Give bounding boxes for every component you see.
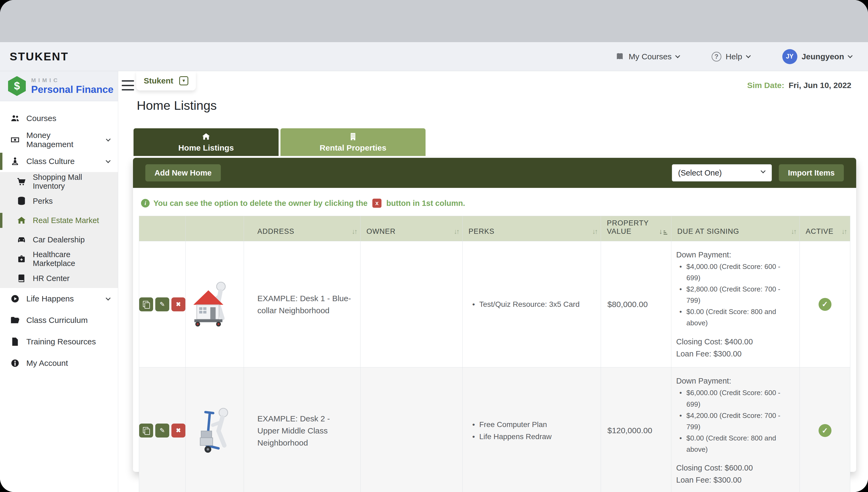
header-address[interactable]: ADDRESS↓↑ bbox=[244, 216, 360, 241]
header-image bbox=[186, 216, 244, 241]
tab-home-listings[interactable]: Home Listings bbox=[134, 128, 279, 156]
listing-image-cell bbox=[186, 241, 244, 367]
sort-icon: ↓↑ bbox=[454, 227, 459, 236]
course-tab[interactable]: Stukent ▼ bbox=[136, 71, 196, 91]
sidebar-item-hr-center[interactable]: HR Center bbox=[0, 269, 118, 288]
header-owner[interactable]: OWNER↓↑ bbox=[360, 216, 463, 241]
listings-card: Add New Home (Select One) Import Items i… bbox=[133, 158, 856, 472]
sort-icon: ↓↑ bbox=[592, 227, 597, 236]
sort-icon: ↓↑ bbox=[791, 227, 796, 236]
pencil-icon: ✎ bbox=[160, 301, 165, 308]
sidebar-item-training-resources[interactable]: Training Resources bbox=[0, 331, 118, 352]
copy-icon bbox=[143, 301, 149, 308]
sim-date-value: Fri, Jun 10, 2022 bbox=[789, 81, 851, 90]
header-due-at-signing[interactable]: DUE AT SIGNING↓↑ bbox=[671, 216, 800, 241]
perk-item: Life Happens Redraw bbox=[469, 430, 595, 443]
page-title: Home Listings bbox=[137, 98, 217, 113]
tab-rental-properties[interactable]: Rental Properties bbox=[280, 128, 425, 156]
user-menu[interactable]: JY Jeungyeon bbox=[782, 49, 852, 64]
app-window: STUKENT My Courses ? Help JY Jeungyeon bbox=[0, 0, 868, 492]
sidebar-item-label: Class Culture bbox=[26, 157, 75, 166]
chevron-down-icon bbox=[848, 53, 852, 58]
delete-button[interactable]: ✖ bbox=[171, 297, 185, 311]
sidebar-item-healthcare-marketplace[interactable]: Healthcare Marketplace bbox=[0, 249, 118, 269]
sidebar-item-class-culture[interactable]: Class Culture bbox=[0, 151, 118, 172]
car-icon bbox=[17, 235, 26, 245]
help-menu[interactable]: ? Help bbox=[712, 52, 750, 62]
sidebar-menu: Courses Money Management Class Culture S… bbox=[0, 101, 118, 374]
top-navbar: STUKENT My Courses ? Help JY Jeungyeon bbox=[0, 42, 868, 71]
x-icon: ✖ bbox=[176, 427, 181, 434]
sidebar-item-class-curriculum[interactable]: Class Curriculum bbox=[0, 310, 118, 331]
home-listings-table: ADDRESS↓↑ OWNER↓↑ PERKS↓↑ PROPERTY VALUE… bbox=[139, 216, 850, 492]
header-perks[interactable]: PERKS↓↑ bbox=[463, 216, 601, 241]
perks-cell: Test/Quiz Resource: 3x5 Card bbox=[463, 241, 601, 367]
shopping-cart-icon bbox=[17, 177, 26, 187]
home-icon bbox=[17, 216, 26, 225]
sidebar-item-life-happens[interactable]: Life Happens bbox=[0, 288, 118, 310]
import-items-button[interactable]: Import Items bbox=[779, 164, 844, 181]
sidebar-item-real-estate-market[interactable]: Real Estate Market bbox=[0, 211, 118, 230]
header-active[interactable]: ACTIVE↓↑ bbox=[800, 216, 850, 241]
course-tab-label: Stukent bbox=[144, 76, 173, 85]
sidebar-item-shopping-mall-inventory[interactable]: Shopping Mall Inventory bbox=[0, 172, 118, 191]
sort-active-icon: ↓ bbox=[659, 227, 667, 236]
sidebar-item-car-dealership[interactable]: Car Dealership bbox=[0, 230, 118, 249]
delete-x-badge: x bbox=[372, 199, 381, 208]
stukent-logo: STUKENT bbox=[10, 50, 69, 63]
info-circle-icon bbox=[10, 358, 20, 368]
class-culture-submenu: Shopping Mall Inventory Perks Real Estat… bbox=[0, 172, 118, 288]
money-bill-icon bbox=[10, 135, 20, 145]
browser-top-band bbox=[0, 0, 868, 42]
header-property-value[interactable]: PROPERTY VALUE ↓ bbox=[601, 216, 671, 241]
info-text-after: button in 1st column. bbox=[386, 199, 465, 208]
dollar-hexagon-icon: $ bbox=[8, 76, 26, 96]
down-payment-item: $4,200.00 (Credit Score: 700 - 799) bbox=[676, 410, 795, 433]
sort-icon: ↓↑ bbox=[352, 227, 356, 236]
sidebar-item-my-account[interactable]: My Account bbox=[0, 352, 118, 374]
down-payment-item: $0.00 (Credit Score: 800 and above) bbox=[676, 433, 795, 455]
import-select[interactable]: (Select One) bbox=[672, 164, 772, 181]
due-at-signing-cell: Down Payment: $6,000.00 (Credit Score: 6… bbox=[671, 367, 800, 492]
edit-button[interactable]: ✎ bbox=[155, 423, 169, 438]
view-tabs: Home Listings Rental Properties bbox=[134, 128, 425, 156]
sidebar-item-perks[interactable]: Perks bbox=[0, 191, 118, 211]
tab-label: Rental Properties bbox=[320, 143, 386, 152]
delete-button[interactable]: ✖ bbox=[171, 423, 185, 438]
my-courses-label: My Courses bbox=[629, 52, 672, 61]
file-video-icon bbox=[10, 337, 20, 346]
property-value-cell: $80,000.00 bbox=[601, 241, 671, 367]
menu-toggle-button[interactable] bbox=[122, 80, 134, 91]
add-new-home-button[interactable]: Add New Home bbox=[145, 164, 221, 181]
down-payment-item: $2,800.00 (Credit Score: 700 - 799) bbox=[676, 284, 795, 306]
due-at-signing-cell: Down Payment: $4,000.00 (Credit Score: 6… bbox=[671, 241, 800, 367]
sidebar-item-label: Training Resources bbox=[26, 337, 96, 346]
user-name: Jeungyeon bbox=[802, 52, 844, 61]
active-cell: ✓ bbox=[800, 241, 850, 367]
actions-cell: ✎ ✖ bbox=[139, 367, 186, 492]
tab-label: Home Listings bbox=[179, 143, 234, 152]
address-cell: EXAMPLE: Desk 2 - Upper Middle Class Nei… bbox=[244, 367, 360, 492]
pencil-icon: ✎ bbox=[160, 427, 165, 434]
copy-button[interactable] bbox=[139, 423, 153, 438]
edit-button[interactable]: ✎ bbox=[155, 297, 169, 311]
table-row: ✎ ✖ bbox=[139, 367, 850, 492]
sidebar-item-courses[interactable]: Courses bbox=[0, 108, 118, 129]
closing-cost: Closing Cost: $600.00 bbox=[676, 462, 795, 474]
sidebar-item-label: HR Center bbox=[33, 274, 70, 283]
closing-cost: Closing Cost: $400.00 bbox=[676, 336, 795, 348]
perks-cell: Free Computer Plan Life Happens Redraw bbox=[463, 367, 601, 492]
sidebar-item-label: Life Happens bbox=[26, 294, 74, 303]
sidebar-item-money-management[interactable]: Money Management bbox=[0, 129, 118, 151]
main-content: Stukent ▼ Sim Date: Fri, Jun 10, 2022 Ho… bbox=[118, 71, 868, 492]
import-select-wrap: (Select One) bbox=[672, 164, 772, 181]
info-text-before: You can see the option to delete the own… bbox=[154, 199, 368, 208]
perk-item: Test/Quiz Resource: 3x5 Card bbox=[469, 298, 595, 310]
copy-button[interactable] bbox=[139, 297, 153, 311]
screenshot-stage: STUKENT My Courses ? Help JY Jeungyeon bbox=[0, 0, 868, 492]
chevron-down-icon bbox=[675, 53, 680, 58]
property-value-cell: $120,000.00 bbox=[601, 367, 671, 492]
my-courses-menu[interactable]: My Courses bbox=[615, 52, 679, 61]
sidebar-item-label: Class Curriculum bbox=[26, 316, 88, 325]
courses-book-icon bbox=[615, 52, 624, 61]
